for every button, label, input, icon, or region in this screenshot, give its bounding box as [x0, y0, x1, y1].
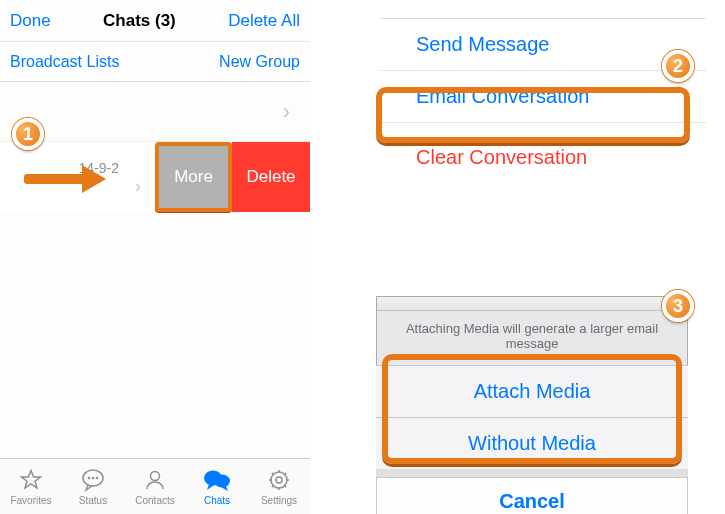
svg-point-3 [92, 477, 93, 478]
more-button[interactable]: More [155, 142, 232, 212]
step-badge-1: 1 [12, 118, 44, 150]
email-conversation-option[interactable]: Email Conversation [380, 71, 706, 123]
chat-actions-menu: Send Message Email Conversation Clear Co… [380, 18, 706, 183]
delete-all-button[interactable]: Delete All [228, 11, 300, 31]
broadcast-lists-link[interactable]: Broadcast Lists [10, 53, 119, 71]
svg-marker-0 [22, 471, 41, 489]
speech-bubble-icon [80, 467, 106, 493]
chats-icon [203, 467, 231, 493]
svg-point-2 [88, 477, 89, 478]
send-message-option[interactable]: Send Message [380, 19, 706, 71]
annotation-arrow [24, 168, 114, 190]
tab-bar: Favorites Status Contacts Chats Settings [0, 458, 310, 514]
clear-conversation-option[interactable]: Clear Conversation [380, 131, 706, 183]
tab-favorites[interactable]: Favorites [0, 459, 62, 514]
step-badge-3: 3 [662, 290, 694, 322]
tab-label: Status [79, 495, 107, 506]
action-sheet-header: Attaching Media will generate a larger e… [376, 296, 688, 365]
gear-icon [267, 467, 291, 493]
svg-point-7 [214, 475, 230, 488]
svg-point-5 [151, 472, 160, 481]
navbar: Done Chats (3) Delete All [0, 0, 310, 42]
svg-point-9 [276, 477, 282, 483]
subnav: Broadcast Lists New Group [0, 42, 310, 82]
svg-point-4 [96, 477, 97, 478]
tab-label: Contacts [135, 495, 174, 506]
cancel-button[interactable]: Cancel [376, 477, 688, 514]
without-media-button[interactable]: Without Media [376, 417, 688, 469]
chevron-right-icon: › [135, 176, 141, 197]
tab-chats[interactable]: Chats [186, 459, 248, 514]
tab-label: Chats [204, 495, 230, 506]
tab-status[interactable]: Status [62, 459, 124, 514]
delete-button[interactable]: Delete [232, 142, 310, 212]
chat-row-blank[interactable]: › [0, 82, 310, 142]
done-button[interactable]: Done [10, 11, 51, 31]
tab-contacts[interactable]: Contacts [124, 459, 186, 514]
attach-media-button[interactable]: Attach Media [376, 365, 688, 417]
step-badge-2: 2 [662, 50, 694, 82]
star-icon [19, 467, 43, 493]
new-group-link[interactable]: New Group [219, 53, 300, 71]
chevron-right-icon: › [283, 99, 290, 125]
tab-label: Favorites [10, 495, 51, 506]
navbar-title: Chats (3) [103, 11, 176, 31]
contact-icon [143, 467, 167, 493]
action-sheet-message: Attaching Media will generate a larger e… [377, 311, 687, 365]
action-sheet: Attaching Media will generate a larger e… [376, 296, 688, 514]
chats-screen: Done Chats (3) Delete All Broadcast List… [0, 0, 310, 514]
tab-settings[interactable]: Settings [248, 459, 310, 514]
tab-label: Settings [261, 495, 297, 506]
